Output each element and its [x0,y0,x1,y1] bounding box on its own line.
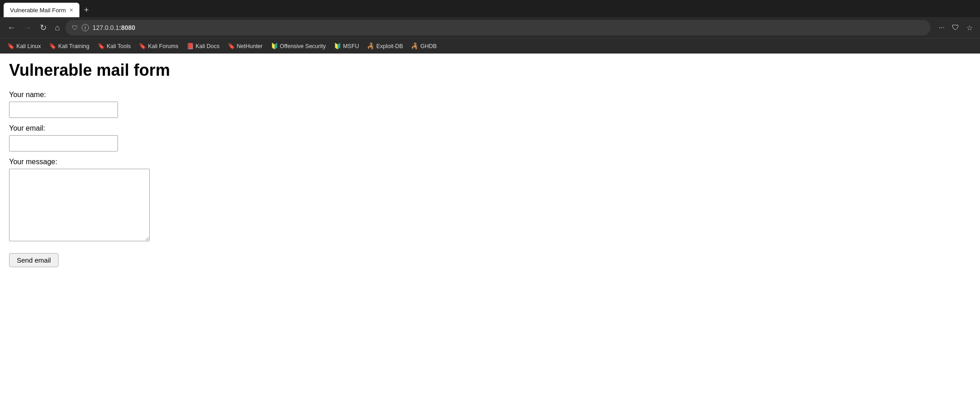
pocket-button[interactable]: 🛡 [949,22,962,34]
kali-docs-label: Kali Docs [196,43,220,49]
kali-linux-icon: 🔖 [7,43,15,49]
email-input[interactable] [9,135,118,151]
page-title: Vulnerable mail form [9,61,971,80]
bookmarks-bar: 🔖 Kali Linux 🔖 Kali Training 🔖 Kali Tool… [0,38,980,54]
navigation-bar: ← → ↻ ⌂ 🛡 i 127.0.0.1:8080 ··· 🛡 ☆ [0,17,980,38]
kali-training-icon: 🔖 [49,43,56,49]
browser-chrome: Vulnerable Mail Form × + ← → ↻ ⌂ 🛡 i 127… [0,0,980,54]
bookmark-star-button[interactable]: ☆ [964,22,975,34]
msfu-label: MSFU [343,43,359,49]
reload-button[interactable]: ↻ [37,22,49,34]
bookmark-kali-training[interactable]: 🔖 Kali Training [45,41,93,51]
new-tab-button[interactable]: + [79,5,93,16]
bookmark-offensive-security[interactable]: 🔰 Vulnerable mail form Offensive Securit… [267,41,329,51]
kali-forums-icon: 🔖 [139,43,146,49]
browser-tab[interactable]: Vulnerable Mail Form × [4,3,79,17]
bookmark-nethunter[interactable]: 🔖 NetHunter [224,41,266,51]
msfu-icon: 🔰 [334,43,341,49]
submit-button[interactable]: Send email [9,253,59,267]
bookmark-kali-tools[interactable]: 🔖 Kali Tools [94,41,134,51]
kali-training-label: Kali Training [58,43,89,49]
kali-tools-icon: 🔖 [98,43,105,49]
bookmark-msfu[interactable]: 🔰 MSFU [330,41,363,51]
bookmark-kali-linux[interactable]: 🔖 Kali Linux [4,41,44,51]
kali-forums-label: Kali Forums [148,43,178,49]
kali-tools-label: Kali Tools [107,43,131,49]
info-icon: i [82,24,89,31]
bookmark-kali-forums[interactable]: 🔖 Kali Forums [135,41,182,51]
nethunter-label: NetHunter [237,43,263,49]
exploit-db-label: Exploit-DB [376,43,403,49]
address-host: 127.0.0.1 [93,24,119,31]
shield-icon: 🛡 [72,24,78,31]
exploit-db-icon: 🦂 [367,43,374,49]
menu-button[interactable]: ··· [936,22,947,34]
page-content: Vulnerable mail form Your name: Your ema… [0,54,980,420]
bookmark-exploit-db[interactable]: 🦂 Exploit-DB [363,41,407,51]
tab-title: Vulnerable Mail Form [10,7,66,14]
address-port: :8080 [119,24,135,31]
email-label: Your email: [9,124,971,132]
mail-form: Your name: Your email: Your message: Sen… [9,91,971,267]
tab-close-button[interactable]: × [69,7,73,13]
message-textarea[interactable] [9,169,150,241]
back-button[interactable]: ← [5,22,18,34]
tab-bar: Vulnerable Mail Form × + [0,0,980,17]
address-text: 127.0.0.1:8080 [93,24,924,31]
nav-right-buttons: ··· 🛡 ☆ [936,22,975,34]
offensive-security-icon: 🔰 [271,43,278,49]
forward-button[interactable]: → [21,22,34,34]
ghdb-label: GHDB [420,43,436,49]
bookmark-ghdb[interactable]: 🦂 GHDB [407,41,440,51]
kali-docs-icon: 📕 [186,43,194,49]
ghdb-icon: 🦂 [411,43,418,49]
message-field-group: Your message: [9,158,971,241]
name-field-group: Your name: [9,91,971,118]
address-bar[interactable]: 🛡 i 127.0.0.1:8080 [65,20,931,35]
home-button[interactable]: ⌂ [52,22,63,34]
bookmark-kali-docs[interactable]: 📕 Kali Docs [183,41,223,51]
kali-linux-label: Kali Linux [16,43,41,49]
name-input[interactable] [9,102,118,118]
offensive-security-text: Offensive Security [280,43,326,49]
nethunter-icon: 🔖 [228,43,235,49]
email-field-group: Your email: [9,124,971,151]
message-label: Your message: [9,158,971,166]
name-label: Your name: [9,91,971,99]
